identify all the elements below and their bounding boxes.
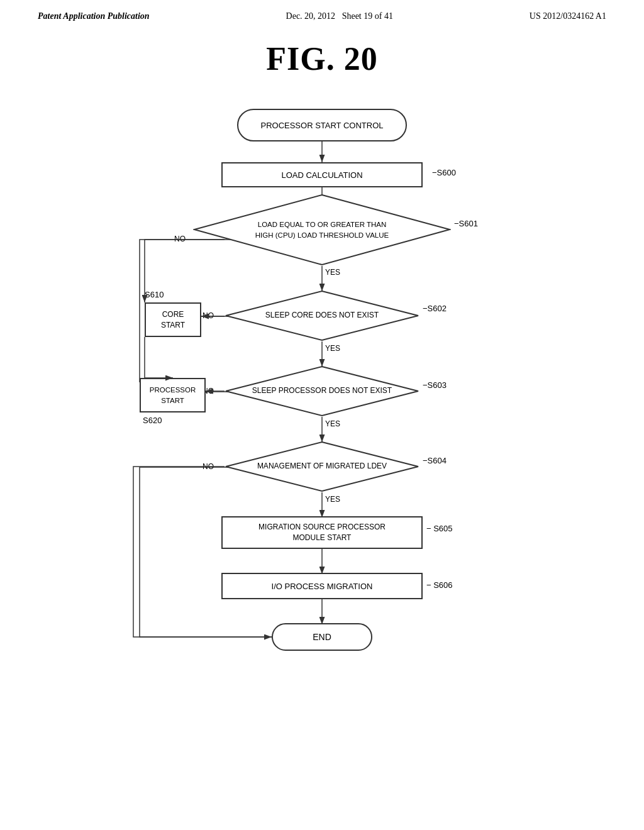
s601-no: NO (174, 235, 186, 243)
s604-no: NO (203, 462, 214, 471)
s603-yes: YES (325, 419, 340, 428)
step-s602: −S602 (423, 304, 447, 313)
end-node: END (272, 623, 372, 651)
header-left: Patent Application Publication (38, 11, 150, 21)
diamond-s601: LOAD EQUAL TO OR GREATER THANHIGH (CPU) … (193, 194, 451, 266)
s604-yes: YES (325, 495, 340, 504)
s601-yes: YES (325, 268, 340, 277)
step-s620: S620 (143, 416, 162, 425)
diamond-s603: SLEEP PROCESSOR DOES NOT EXIST (225, 365, 419, 417)
step-s601: −S601 (454, 219, 478, 228)
step-s603: −S603 (423, 380, 447, 390)
header-right: US 2012/0324162 A1 (530, 11, 606, 21)
load-calculation: LOAD CALCULATION (221, 162, 423, 187)
s602-no: NO (203, 311, 214, 320)
page-header: Patent Application Publication Dec. 20, … (0, 0, 644, 21)
migration-source-processor: MIGRATION SOURCE PROCESSORMODULE START (221, 516, 423, 549)
step-s605: − S605 (426, 524, 453, 533)
diamond-s602: SLEEP CORE DOES NOT EXIST (225, 290, 419, 341)
step-s606: − S606 (426, 580, 453, 590)
step-s604: −S604 (423, 456, 447, 465)
figure-title: FIG. 20 (0, 40, 644, 77)
io-process-migration: I/O PROCESS MIGRATION (221, 573, 423, 599)
processor-start-control: PROCESSOR START CONTROL (237, 109, 407, 141)
s602-yes: YES (325, 344, 340, 353)
step-s610: S610 (145, 290, 164, 299)
processor-start: PROCESSORSTART (140, 378, 206, 412)
flowchart: PROCESSOR START CONTROL LOAD CALCULATION… (77, 96, 567, 756)
header-center: Dec. 20, 2012 Sheet 19 of 41 (286, 11, 393, 21)
core-start: CORESTART (145, 302, 201, 337)
diamond-s604: MANAGEMENT OF MIGRATED LDEV (225, 441, 419, 492)
step-s600: −S600 (432, 168, 456, 177)
